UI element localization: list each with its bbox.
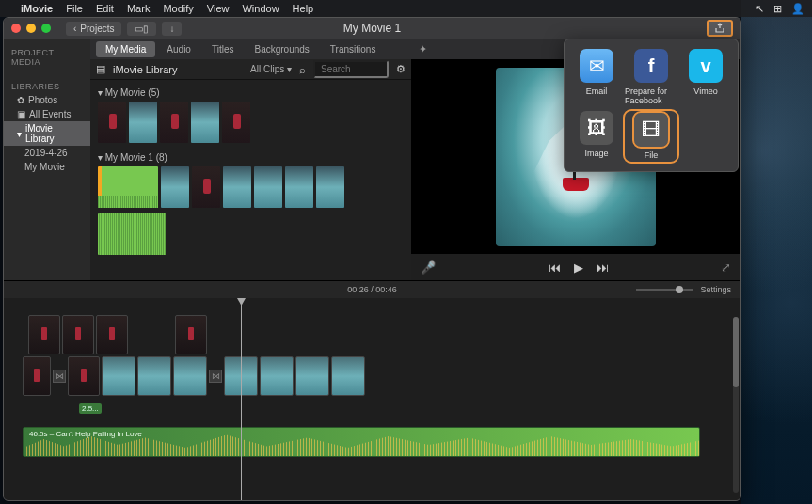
menu-help[interactable]: Help [293, 3, 314, 14]
sidebar-item-imovielib[interactable]: ▾ iMovie Library [4, 121, 90, 146]
timeline-clip[interactable] [68, 356, 100, 396]
sidebar-label: My Movie [24, 162, 65, 172]
menu-window[interactable]: Window [242, 3, 279, 14]
window-controls [4, 24, 51, 33]
share-button[interactable] [707, 20, 733, 37]
timeline-clip[interactable] [23, 356, 51, 396]
event-header[interactable]: ▾ My Movie 1 (8) [98, 149, 404, 166]
projects-button[interactable]: ‹ Projects [66, 22, 121, 36]
timeline-clip[interactable] [173, 356, 207, 396]
transition-icon[interactable]: ⋈ [53, 370, 66, 383]
sidebar-item-date[interactable]: 2019-4-26 [4, 146, 90, 160]
media-browser: My Media Audio Titles Backgrounds Transi… [90, 39, 411, 280]
sidebar-item-allevents[interactable]: ▣ All Events [4, 107, 90, 121]
settings-button[interactable]: Settings [700, 285, 731, 294]
share-vimeo[interactable]: v Vimeo [679, 49, 732, 105]
library-sidebar: PROJECT MEDIA LIBRARIES ✿ Photos ▣ All E… [4, 39, 90, 280]
audio-clip-tag[interactable]: 2.5... [79, 403, 102, 414]
share-image[interactable]: 🖼 Image [570, 111, 623, 162]
close-icon[interactable] [11, 24, 21, 33]
preview-frame-detail [563, 178, 589, 191]
clip-thumb[interactable] [98, 102, 126, 143]
sidebar-label: 2019-4-26 [24, 148, 68, 158]
sidebar-label: All Events [29, 109, 71, 119]
clip-thumb[interactable] [129, 102, 157, 143]
clip-thumb[interactable] [316, 166, 344, 208]
share-facebook[interactable]: f Prepare for Facebook [625, 49, 677, 105]
menu-app[interactable]: iMovie [21, 3, 53, 14]
sidebar-label: Photos [28, 95, 57, 105]
clip-thumb[interactable] [192, 166, 220, 208]
clip-thumb[interactable] [254, 166, 282, 208]
browser-tabs: My Media Audio Titles Backgrounds Transi… [90, 39, 411, 59]
status-icon[interactable]: ↖ [756, 3, 764, 15]
timeline[interactable]: ⋈ ⋈ 2.5... 46.5s – Can't Help Falling In… [4, 298, 740, 500]
menu-mark[interactable]: Mark [127, 3, 150, 14]
audio-track[interactable]: 46.5s – Can't Help Falling In Love [23, 427, 700, 457]
vertical-scrollbar[interactable] [733, 317, 739, 493]
file-icon: 🎞 [634, 113, 668, 147]
clip-thumb[interactable] [223, 166, 251, 208]
menu-edit[interactable]: Edit [96, 3, 114, 14]
minimize-icon[interactable] [26, 24, 36, 33]
next-button[interactable]: ⏭ [597, 260, 609, 275]
tab-backgrounds[interactable]: Backgrounds [245, 41, 318, 57]
status-icon[interactable]: ⊞ [773, 3, 782, 15]
sidebar-section-libraries: LIBRARIES [4, 78, 90, 93]
email-icon: ✉ [580, 49, 613, 83]
timeline-clip[interactable] [137, 356, 171, 396]
tab-titles[interactable]: Titles [202, 41, 244, 57]
tab-audio[interactable]: Audio [157, 41, 200, 57]
sidebar-item-photos[interactable]: ✿ Photos [4, 93, 90, 107]
tab-mymedia[interactable]: My Media [96, 41, 155, 57]
clip-thumb[interactable] [161, 166, 189, 208]
clip-thumb[interactable] [191, 102, 219, 143]
timeline-clip[interactable] [62, 315, 94, 354]
prev-button[interactable]: ⏮ [549, 260, 561, 275]
sidebar-section-project: PROJECT MEDIA [4, 44, 90, 69]
audio-track-label: 46.5s – Can't Help Falling In Love [29, 430, 142, 438]
clip-thumb[interactable] [160, 102, 188, 143]
wand-icon[interactable]: ✦ [419, 43, 427, 55]
list-view-icon[interactable]: ▤ [96, 63, 105, 75]
timeline-clip[interactable] [331, 356, 365, 396]
search-input[interactable] [313, 60, 389, 78]
timeline-clip[interactable] [295, 356, 329, 396]
menu-file[interactable]: File [66, 3, 83, 14]
fullscreen-icon[interactable]: ⤢ [721, 260, 731, 275]
library-name: iMovie Library [113, 64, 177, 75]
event-header[interactable]: ▾ My Movie (5) [98, 84, 404, 102]
clip-thumb[interactable] [285, 166, 313, 208]
share-file-label: File [645, 150, 659, 160]
settings-gear-icon[interactable]: ⚙ [396, 63, 406, 75]
import-button[interactable]: ↓ [162, 22, 182, 36]
menu-view[interactable]: View [207, 3, 230, 14]
share-file[interactable]: 🎞 File [625, 111, 677, 162]
status-user-icon[interactable]: 👤 [791, 3, 804, 15]
share-email[interactable]: ✉ Email [570, 49, 623, 105]
search-icon: ⌕ [299, 64, 306, 75]
transition-icon[interactable]: ⋈ [209, 370, 222, 383]
view-toggle[interactable]: ▭▯ [127, 22, 156, 36]
timeline-clip[interactable] [102, 356, 135, 396]
sidebar-item-mymovie[interactable]: My Movie [4, 160, 90, 174]
timeline-clip[interactable] [96, 315, 128, 354]
tab-transitions[interactable]: Transitions [321, 41, 386, 57]
clip-thumb[interactable] [222, 102, 250, 143]
desktop-wallpaper [741, 0, 812, 504]
timeline-timecode: 00:26 / 00:46 [347, 285, 397, 294]
voiceover-icon[interactable]: 🎤 [421, 260, 436, 275]
timeline-clip[interactable] [175, 315, 207, 354]
menu-modify[interactable]: Modify [163, 3, 193, 14]
timeline-clip[interactable] [260, 356, 294, 396]
clips-filter[interactable]: All Clips ▾ [250, 64, 292, 74]
zoom-slider[interactable] [636, 289, 693, 291]
zoom-icon[interactable] [41, 24, 51, 33]
timeline-clip[interactable] [28, 315, 60, 354]
playhead[interactable] [241, 298, 242, 500]
clip-thumb-audio[interactable] [98, 166, 158, 208]
clip-thumb-audio[interactable] [98, 213, 166, 255]
play-button[interactable]: ▶ [574, 260, 583, 275]
sidebar-label: iMovie Library [25, 123, 83, 144]
window-title: My Movie 1 [343, 22, 401, 35]
